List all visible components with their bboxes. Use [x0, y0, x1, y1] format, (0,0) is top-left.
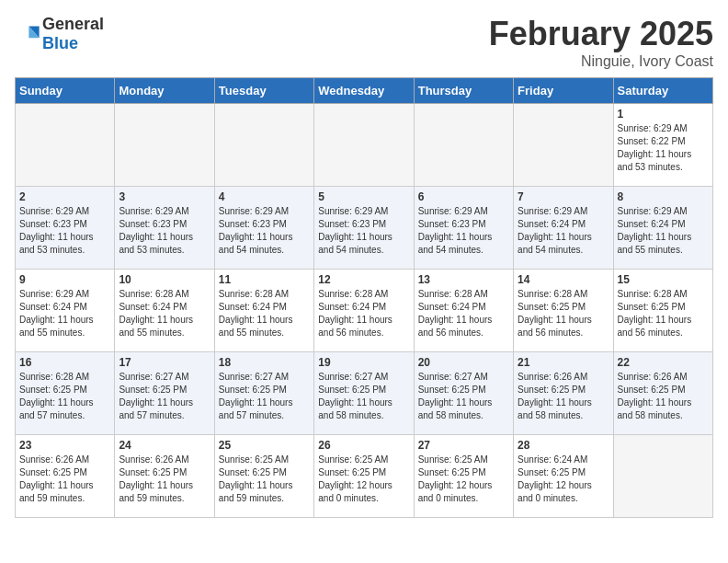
- calendar-cell: 15Sunrise: 6:28 AM Sunset: 6:25 PM Dayli…: [613, 270, 712, 352]
- logo: General Blue: [15, 15, 104, 53]
- location-subtitle: Ninguie, Ivory Coast: [489, 53, 713, 70]
- day-info: Sunrise: 6:26 AM Sunset: 6:25 PM Dayligh…: [518, 371, 609, 422]
- weekday-header-sunday: Sunday: [16, 78, 115, 104]
- day-info: Sunrise: 6:28 AM Sunset: 6:24 PM Dayligh…: [219, 288, 310, 339]
- page-header: General Blue February 2025 Ninguie, Ivor…: [15, 15, 713, 70]
- day-number: 6: [418, 190, 509, 203]
- day-number: 23: [19, 439, 110, 452]
- calendar-week-row: 1Sunrise: 6:29 AM Sunset: 6:22 PM Daylig…: [16, 104, 713, 187]
- calendar-week-row: 16Sunrise: 6:28 AM Sunset: 6:25 PM Dayli…: [16, 352, 713, 435]
- calendar-cell: 2Sunrise: 6:29 AM Sunset: 6:23 PM Daylig…: [16, 187, 115, 270]
- day-info: Sunrise: 6:29 AM Sunset: 6:23 PM Dayligh…: [318, 205, 409, 257]
- calendar-week-row: 9Sunrise: 6:29 AM Sunset: 6:24 PM Daylig…: [16, 270, 713, 352]
- calendar-cell: 10Sunrise: 6:28 AM Sunset: 6:24 PM Dayli…: [115, 270, 214, 352]
- day-number: 16: [19, 356, 110, 369]
- weekday-header-wednesday: Wednesday: [314, 78, 414, 104]
- calendar-week-row: 23Sunrise: 6:26 AM Sunset: 6:25 PM Dayli…: [16, 435, 713, 518]
- day-number: 1: [618, 108, 709, 121]
- calendar-cell: 13Sunrise: 6:28 AM Sunset: 6:24 PM Dayli…: [414, 270, 513, 352]
- calendar-cell: 20Sunrise: 6:27 AM Sunset: 6:25 PM Dayli…: [414, 352, 513, 435]
- day-info: Sunrise: 6:29 AM Sunset: 6:23 PM Dayligh…: [119, 205, 210, 257]
- calendar-cell: 19Sunrise: 6:27 AM Sunset: 6:25 PM Dayli…: [314, 352, 414, 435]
- day-number: 24: [119, 439, 210, 452]
- day-number: 5: [318, 190, 409, 203]
- calendar-cell: 11Sunrise: 6:28 AM Sunset: 6:24 PM Dayli…: [214, 270, 313, 352]
- calendar-cell: 28Sunrise: 6:24 AM Sunset: 6:25 PM Dayli…: [514, 435, 613, 518]
- calendar-cell: 16Sunrise: 6:28 AM Sunset: 6:25 PM Dayli…: [16, 352, 115, 435]
- day-info: Sunrise: 6:29 AM Sunset: 6:24 PM Dayligh…: [518, 205, 609, 257]
- calendar-cell: 4Sunrise: 6:29 AM Sunset: 6:23 PM Daylig…: [214, 187, 313, 270]
- logo-blue-text: Blue: [42, 34, 78, 52]
- calendar-cell: 27Sunrise: 6:25 AM Sunset: 6:25 PM Dayli…: [414, 435, 513, 518]
- day-number: 21: [518, 356, 609, 369]
- calendar-cell: [115, 104, 214, 187]
- day-info: Sunrise: 6:29 AM Sunset: 6:23 PM Dayligh…: [418, 205, 509, 257]
- calendar-cell: [414, 104, 513, 187]
- calendar-cell: 3Sunrise: 6:29 AM Sunset: 6:23 PM Daylig…: [115, 187, 214, 270]
- day-info: Sunrise: 6:29 AM Sunset: 6:24 PM Dayligh…: [19, 288, 110, 339]
- calendar-header-row: SundayMondayTuesdayWednesdayThursdayFrid…: [16, 78, 713, 104]
- day-number: 15: [618, 273, 709, 286]
- calendar-cell: 9Sunrise: 6:29 AM Sunset: 6:24 PM Daylig…: [16, 270, 115, 352]
- day-number: 13: [418, 273, 509, 286]
- calendar-cell: 12Sunrise: 6:28 AM Sunset: 6:24 PM Dayli…: [314, 270, 414, 352]
- day-info: Sunrise: 6:26 AM Sunset: 6:25 PM Dayligh…: [618, 371, 709, 422]
- day-info: Sunrise: 6:26 AM Sunset: 6:25 PM Dayligh…: [119, 454, 210, 505]
- month-title: February 2025: [489, 15, 713, 53]
- calendar-cell: 21Sunrise: 6:26 AM Sunset: 6:25 PM Dayli…: [514, 352, 613, 435]
- calendar-cell: 1Sunrise: 6:29 AM Sunset: 6:22 PM Daylig…: [613, 104, 712, 187]
- day-number: 22: [618, 356, 709, 369]
- calendar-cell: 14Sunrise: 6:28 AM Sunset: 6:25 PM Dayli…: [514, 270, 613, 352]
- calendar-cell: 7Sunrise: 6:29 AM Sunset: 6:24 PM Daylig…: [514, 187, 613, 270]
- day-number: 9: [19, 273, 110, 286]
- calendar-cell: 18Sunrise: 6:27 AM Sunset: 6:25 PM Dayli…: [214, 352, 313, 435]
- day-number: 26: [318, 439, 409, 452]
- day-info: Sunrise: 6:29 AM Sunset: 6:24 PM Dayligh…: [618, 205, 709, 257]
- logo-icon: [15, 21, 40, 47]
- calendar-cell: 5Sunrise: 6:29 AM Sunset: 6:23 PM Daylig…: [314, 187, 414, 270]
- day-info: Sunrise: 6:25 AM Sunset: 6:25 PM Dayligh…: [219, 454, 310, 505]
- weekday-header-saturday: Saturday: [613, 78, 712, 104]
- calendar-table: SundayMondayTuesdayWednesdayThursdayFrid…: [15, 77, 713, 518]
- day-number: 19: [318, 356, 409, 369]
- weekday-header-tuesday: Tuesday: [214, 78, 313, 104]
- day-number: 18: [219, 356, 310, 369]
- day-info: Sunrise: 6:29 AM Sunset: 6:23 PM Dayligh…: [19, 205, 110, 257]
- day-number: 28: [518, 439, 609, 452]
- day-info: Sunrise: 6:27 AM Sunset: 6:25 PM Dayligh…: [318, 371, 409, 422]
- day-info: Sunrise: 6:28 AM Sunset: 6:24 PM Dayligh…: [119, 288, 210, 339]
- day-number: 7: [518, 190, 609, 203]
- calendar-cell: 6Sunrise: 6:29 AM Sunset: 6:23 PM Daylig…: [414, 187, 513, 270]
- day-number: 3: [119, 190, 210, 203]
- day-info: Sunrise: 6:24 AM Sunset: 6:25 PM Dayligh…: [518, 454, 609, 505]
- day-info: Sunrise: 6:27 AM Sunset: 6:25 PM Dayligh…: [119, 371, 210, 422]
- day-number: 11: [219, 273, 310, 286]
- day-info: Sunrise: 6:27 AM Sunset: 6:25 PM Dayligh…: [219, 371, 310, 422]
- day-info: Sunrise: 6:26 AM Sunset: 6:25 PM Dayligh…: [19, 454, 110, 505]
- day-number: 17: [119, 356, 210, 369]
- day-info: Sunrise: 6:28 AM Sunset: 6:24 PM Dayligh…: [318, 288, 409, 339]
- calendar-cell: [514, 104, 613, 187]
- day-number: 4: [219, 190, 310, 203]
- logo-general-text: General: [42, 15, 104, 33]
- day-number: 14: [518, 273, 609, 286]
- day-number: 2: [19, 190, 110, 203]
- weekday-header-thursday: Thursday: [414, 78, 513, 104]
- day-number: 8: [618, 190, 709, 203]
- day-info: Sunrise: 6:29 AM Sunset: 6:22 PM Dayligh…: [618, 122, 709, 174]
- calendar-cell: 17Sunrise: 6:27 AM Sunset: 6:25 PM Dayli…: [115, 352, 214, 435]
- calendar-cell: 23Sunrise: 6:26 AM Sunset: 6:25 PM Dayli…: [16, 435, 115, 518]
- day-number: 10: [119, 273, 210, 286]
- day-info: Sunrise: 6:25 AM Sunset: 6:25 PM Dayligh…: [318, 454, 409, 505]
- calendar-cell: 22Sunrise: 6:26 AM Sunset: 6:25 PM Dayli…: [613, 352, 712, 435]
- day-number: 12: [318, 273, 409, 286]
- calendar-cell: [16, 104, 115, 187]
- calendar-cell: 8Sunrise: 6:29 AM Sunset: 6:24 PM Daylig…: [613, 187, 712, 270]
- calendar-cell: [314, 104, 414, 187]
- calendar-cell: [613, 435, 712, 518]
- day-info: Sunrise: 6:25 AM Sunset: 6:25 PM Dayligh…: [418, 454, 509, 505]
- day-info: Sunrise: 6:28 AM Sunset: 6:24 PM Dayligh…: [418, 288, 509, 339]
- day-info: Sunrise: 6:27 AM Sunset: 6:25 PM Dayligh…: [418, 371, 509, 422]
- day-info: Sunrise: 6:29 AM Sunset: 6:23 PM Dayligh…: [219, 205, 310, 257]
- weekday-header-monday: Monday: [115, 78, 214, 104]
